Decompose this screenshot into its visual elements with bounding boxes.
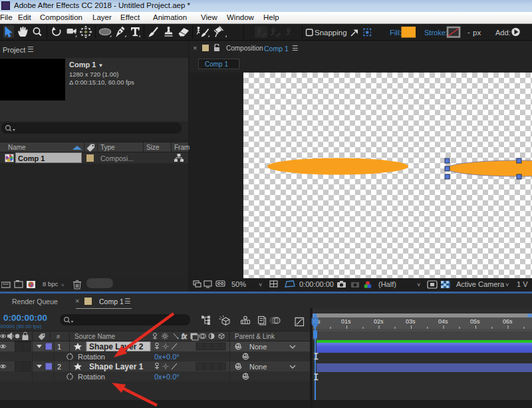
svg-text:06s: 06s — [503, 318, 513, 325]
svg-text:˅: ˅ — [259, 282, 262, 288]
svg-text:None: None — [249, 343, 267, 351]
svg-text:05s: 05s — [470, 318, 480, 325]
svg-text:(Half): (Half) — [378, 280, 396, 288]
svg-text:Add:: Add: — [495, 29, 511, 37]
svg-text:Parent & Link: Parent & Link — [235, 333, 275, 340]
svg-text:0:00:00:00: 0:00:00:00 — [299, 280, 334, 288]
svg-text:Source Name: Source Name — [74, 333, 116, 340]
svg-text:-: - — [467, 28, 470, 36]
svg-text:04s: 04s — [438, 318, 448, 325]
svg-text:02s: 02s — [374, 318, 384, 325]
svg-text:Active Camera: Active Camera — [456, 280, 505, 288]
svg-text:Rotation: Rotation — [78, 373, 105, 381]
svg-text:˅: ˅ — [417, 282, 420, 288]
svg-text:50%: 50% — [231, 280, 246, 288]
svg-text:Shape Layer 1: Shape Layer 1 — [89, 362, 144, 371]
svg-text:fx: fx — [182, 333, 188, 340]
svg-text:0x+0.0°: 0x+0.0° — [154, 353, 180, 361]
svg-text:01s: 01s — [341, 318, 351, 325]
svg-text:#: # — [57, 333, 60, 340]
svg-text:Rotation: Rotation — [78, 353, 105, 361]
svg-text:Shape Layer 2: Shape Layer 2 — [89, 342, 144, 351]
svg-text:03s: 03s — [406, 318, 416, 325]
svg-text:px: px — [473, 29, 481, 37]
svg-text:0x+0.0°: 0x+0.0° — [154, 373, 180, 381]
svg-text:1 V: 1 V — [517, 280, 528, 288]
svg-text:None: None — [249, 363, 267, 371]
svg-text:Fill:: Fill: — [390, 29, 402, 37]
svg-text:Stroke:: Stroke: — [424, 29, 448, 37]
svg-text:˅: ˅ — [505, 282, 509, 288]
svg-text:1: 1 — [57, 343, 61, 351]
svg-text:2: 2 — [57, 363, 61, 371]
svg-text:Snapping: Snapping — [315, 29, 347, 37]
